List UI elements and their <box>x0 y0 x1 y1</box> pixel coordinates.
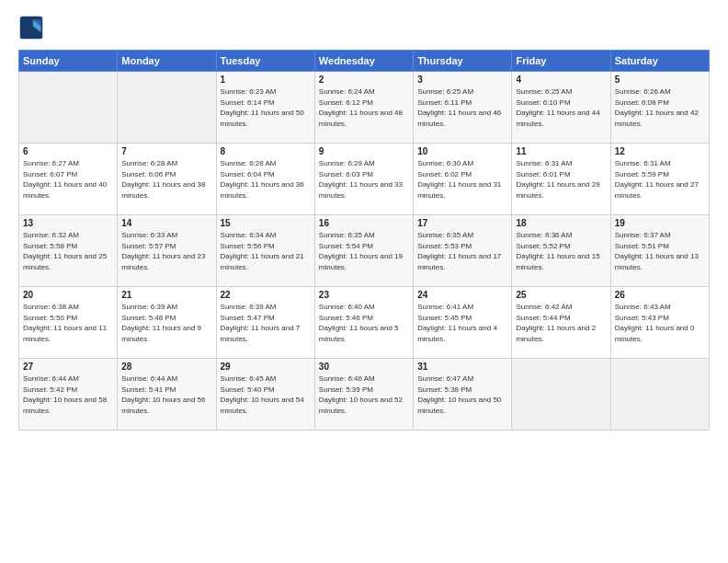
calendar-body: 1Sunrise: 6:23 AMSunset: 6:14 PMDaylight… <box>19 72 710 431</box>
calendar-cell: 20Sunrise: 6:38 AMSunset: 5:50 PMDayligh… <box>19 287 118 359</box>
day-number: 9 <box>319 146 409 156</box>
calendar-cell: 21Sunrise: 6:39 AMSunset: 5:48 PMDayligh… <box>118 287 216 359</box>
calendar-cell: 29Sunrise: 6:45 AMSunset: 5:40 PMDayligh… <box>216 359 314 431</box>
calendar-week-row: 13Sunrise: 6:32 AMSunset: 5:58 PMDayligh… <box>19 215 710 287</box>
calendar-cell: 27Sunrise: 6:44 AMSunset: 5:42 PMDayligh… <box>19 359 118 431</box>
calendar-cell: 22Sunrise: 6:39 AMSunset: 5:47 PMDayligh… <box>216 287 314 359</box>
day-info: Sunrise: 6:27 AMSunset: 6:07 PMDaylight:… <box>23 158 113 201</box>
calendar-cell: 11Sunrise: 6:31 AMSunset: 6:01 PMDayligh… <box>512 144 610 215</box>
calendar-cell: 14Sunrise: 6:33 AMSunset: 5:57 PMDayligh… <box>118 215 216 287</box>
calendar-cell: 18Sunrise: 6:36 AMSunset: 5:52 PMDayligh… <box>512 215 610 287</box>
weekday-header: Saturday <box>610 51 709 72</box>
calendar-cell: 16Sunrise: 6:35 AMSunset: 5:54 PMDayligh… <box>314 215 413 287</box>
calendar-cell: 7Sunrise: 6:28 AMSunset: 6:06 PMDaylight… <box>118 144 216 215</box>
day-info: Sunrise: 6:26 AMSunset: 6:08 PMDaylight:… <box>615 86 705 129</box>
calendar-cell: 26Sunrise: 6:43 AMSunset: 5:43 PMDayligh… <box>610 287 709 359</box>
day-info: Sunrise: 6:32 AMSunset: 5:58 PMDaylight:… <box>23 230 113 272</box>
day-number: 7 <box>121 146 211 156</box>
calendar-week-row: 20Sunrise: 6:38 AMSunset: 5:50 PMDayligh… <box>19 287 710 359</box>
day-number: 27 <box>23 362 113 372</box>
weekday-header: Friday <box>512 51 610 72</box>
day-info: Sunrise: 6:33 AMSunset: 5:57 PMDaylight:… <box>121 230 211 272</box>
day-info: Sunrise: 6:37 AMSunset: 5:51 PMDaylight:… <box>615 230 705 272</box>
day-info: Sunrise: 6:44 AMSunset: 5:42 PMDaylight:… <box>23 373 113 416</box>
day-info: Sunrise: 6:45 AMSunset: 5:40 PMDaylight:… <box>221 373 311 416</box>
calendar-cell <box>512 359 610 431</box>
day-number: 26 <box>615 290 705 300</box>
calendar-cell <box>610 359 709 431</box>
day-info: Sunrise: 6:44 AMSunset: 5:41 PMDaylight:… <box>121 373 211 416</box>
day-info: Sunrise: 6:47 AMSunset: 5:38 PMDaylight:… <box>417 373 507 416</box>
calendar-cell: 23Sunrise: 6:40 AMSunset: 5:46 PMDayligh… <box>314 287 413 359</box>
day-number: 21 <box>121 290 211 300</box>
day-info: Sunrise: 6:29 AMSunset: 6:03 PMDaylight:… <box>319 158 409 201</box>
calendar-cell: 31Sunrise: 6:47 AMSunset: 5:38 PMDayligh… <box>414 359 512 431</box>
day-info: Sunrise: 6:35 AMSunset: 5:53 PMDaylight:… <box>417 230 507 272</box>
calendar-cell: 9Sunrise: 6:29 AMSunset: 6:03 PMDaylight… <box>314 144 413 215</box>
day-info: Sunrise: 6:28 AMSunset: 6:04 PMDaylight:… <box>221 158 311 201</box>
day-info: Sunrise: 6:31 AMSunset: 5:59 PMDaylight:… <box>615 158 705 201</box>
calendar-cell: 12Sunrise: 6:31 AMSunset: 5:59 PMDayligh… <box>610 144 709 215</box>
header <box>18 15 710 40</box>
day-number: 16 <box>319 218 409 228</box>
day-number: 3 <box>417 75 507 85</box>
calendar-week-row: 27Sunrise: 6:44 AMSunset: 5:42 PMDayligh… <box>19 359 710 431</box>
calendar-cell: 25Sunrise: 6:42 AMSunset: 5:44 PMDayligh… <box>512 287 610 359</box>
logo <box>18 15 48 40</box>
day-info: Sunrise: 6:39 AMSunset: 5:47 PMDaylight:… <box>221 302 311 344</box>
weekday-header: Tuesday <box>216 51 314 72</box>
day-info: Sunrise: 6:36 AMSunset: 5:52 PMDaylight:… <box>516 230 606 272</box>
day-number: 10 <box>417 146 507 156</box>
day-number: 1 <box>221 75 311 85</box>
day-number: 20 <box>23 290 113 300</box>
weekday-header: Monday <box>118 51 216 72</box>
day-number: 30 <box>319 362 409 372</box>
day-number: 18 <box>516 218 606 228</box>
day-number: 22 <box>221 290 311 300</box>
calendar-cell: 15Sunrise: 6:34 AMSunset: 5:56 PMDayligh… <box>216 215 314 287</box>
day-number: 6 <box>23 146 113 156</box>
calendar-cell: 3Sunrise: 6:25 AMSunset: 6:11 PMDaylight… <box>414 72 512 144</box>
calendar-table: SundayMondayTuesdayWednesdayThursdayFrid… <box>18 50 710 431</box>
weekday-header: Sunday <box>19 51 118 72</box>
logo-icon <box>18 15 44 40</box>
calendar-cell: 28Sunrise: 6:44 AMSunset: 5:41 PMDayligh… <box>118 359 216 431</box>
calendar-cell: 24Sunrise: 6:41 AMSunset: 5:45 PMDayligh… <box>414 287 512 359</box>
calendar-cell <box>118 72 216 144</box>
day-info: Sunrise: 6:43 AMSunset: 5:43 PMDaylight:… <box>615 302 705 344</box>
day-info: Sunrise: 6:46 AMSunset: 5:39 PMDaylight:… <box>319 373 409 416</box>
day-number: 4 <box>516 75 606 85</box>
day-info: Sunrise: 6:28 AMSunset: 6:06 PMDaylight:… <box>121 158 211 201</box>
day-number: 2 <box>319 75 409 85</box>
day-number: 5 <box>615 75 705 85</box>
calendar-cell: 5Sunrise: 6:26 AMSunset: 6:08 PMDaylight… <box>610 72 709 144</box>
day-info: Sunrise: 6:42 AMSunset: 5:44 PMDaylight:… <box>516 302 606 344</box>
day-number: 11 <box>516 146 606 156</box>
day-number: 29 <box>221 362 311 372</box>
day-info: Sunrise: 6:40 AMSunset: 5:46 PMDaylight:… <box>319 302 409 344</box>
calendar-week-row: 6Sunrise: 6:27 AMSunset: 6:07 PMDaylight… <box>19 144 710 215</box>
calendar-week-row: 1Sunrise: 6:23 AMSunset: 6:14 PMDaylight… <box>19 72 710 144</box>
calendar-cell: 4Sunrise: 6:25 AMSunset: 6:10 PMDaylight… <box>512 72 610 144</box>
calendar-cell: 30Sunrise: 6:46 AMSunset: 5:39 PMDayligh… <box>314 359 413 431</box>
day-number: 28 <box>121 362 211 372</box>
day-number: 24 <box>417 290 507 300</box>
calendar-cell: 17Sunrise: 6:35 AMSunset: 5:53 PMDayligh… <box>414 215 512 287</box>
day-info: Sunrise: 6:25 AMSunset: 6:10 PMDaylight:… <box>516 86 606 129</box>
weekday-row: SundayMondayTuesdayWednesdayThursdayFrid… <box>19 51 710 72</box>
day-number: 8 <box>221 146 311 156</box>
calendar-cell: 6Sunrise: 6:27 AMSunset: 6:07 PMDaylight… <box>19 144 118 215</box>
day-info: Sunrise: 6:24 AMSunset: 6:12 PMDaylight:… <box>319 86 409 129</box>
calendar-cell: 2Sunrise: 6:24 AMSunset: 6:12 PMDaylight… <box>314 72 413 144</box>
weekday-header: Wednesday <box>314 51 413 72</box>
day-number: 14 <box>121 218 211 228</box>
calendar-cell <box>19 72 118 144</box>
calendar-cell: 19Sunrise: 6:37 AMSunset: 5:51 PMDayligh… <box>610 215 709 287</box>
day-number: 25 <box>516 290 606 300</box>
day-number: 15 <box>221 218 311 228</box>
day-number: 17 <box>417 218 507 228</box>
day-number: 19 <box>615 218 705 228</box>
day-info: Sunrise: 6:35 AMSunset: 5:54 PMDaylight:… <box>319 230 409 272</box>
day-number: 31 <box>417 362 507 372</box>
day-info: Sunrise: 6:31 AMSunset: 6:01 PMDaylight:… <box>516 158 606 201</box>
